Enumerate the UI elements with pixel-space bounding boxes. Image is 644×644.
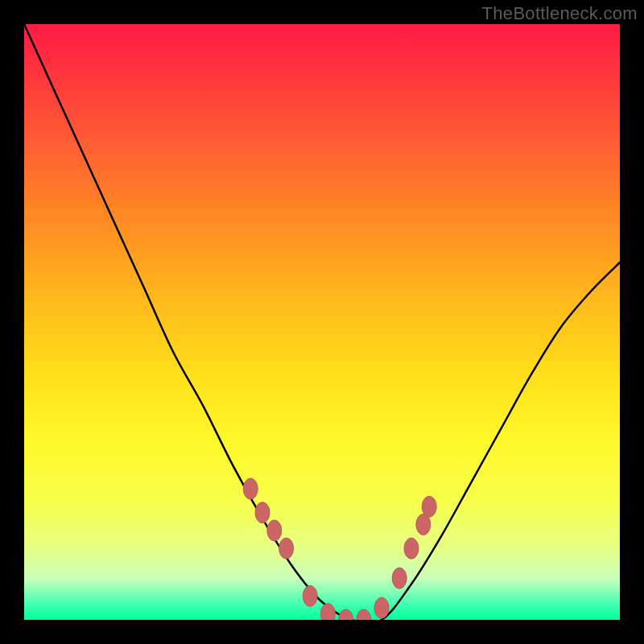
curve-marker bbox=[303, 585, 317, 606]
curve-svg bbox=[24, 24, 620, 620]
curve-marker bbox=[267, 520, 282, 541]
plot-area bbox=[24, 24, 620, 620]
chart-frame: TheBottleneck.com bbox=[0, 0, 644, 644]
curve-marker bbox=[255, 502, 270, 523]
curve-marker bbox=[279, 538, 294, 559]
curve-marker bbox=[320, 604, 335, 620]
curve-marker bbox=[357, 609, 371, 620]
curve-marker bbox=[422, 496, 436, 517]
curve-marker bbox=[392, 568, 407, 588]
curve-marker bbox=[374, 597, 389, 618]
watermark-text: TheBottleneck.com bbox=[482, 3, 638, 24]
curve-marker bbox=[339, 609, 353, 620]
curve-marker bbox=[404, 538, 419, 559]
curve-markers bbox=[243, 478, 436, 620]
curve-marker bbox=[243, 478, 258, 499]
bottleneck-curve bbox=[24, 24, 620, 620]
